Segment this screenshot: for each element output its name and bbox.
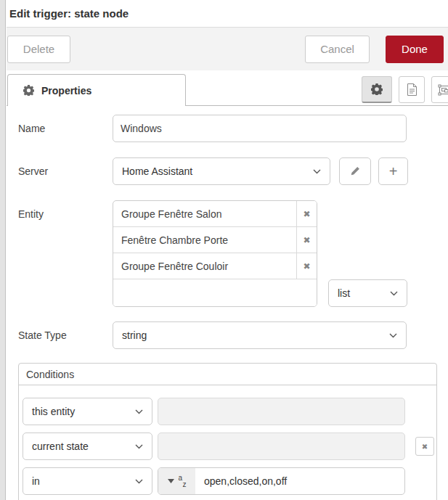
condition-remove-button[interactable]: ✖ bbox=[415, 437, 434, 456]
condition-row-operator: in a z bbox=[23, 467, 436, 495]
tray-titlebar: Edit trigger: state node bbox=[7, 0, 448, 28]
chevron-down-icon bbox=[389, 333, 397, 338]
plus-icon: + bbox=[389, 164, 398, 179]
state-type-label: State Type bbox=[18, 321, 113, 349]
entity-remove-button[interactable]: ✖ bbox=[296, 201, 317, 226]
entity-mode-value: list bbox=[338, 287, 350, 299]
conditions-panel: Conditions this entity current state bbox=[18, 363, 437, 500]
tab-properties[interactable]: Properties bbox=[7, 74, 186, 106]
server-select[interactable]: Home Assistant bbox=[113, 157, 330, 185]
x-icon: ✖ bbox=[303, 261, 310, 271]
chevron-down-icon bbox=[135, 409, 143, 414]
pencil-icon bbox=[350, 166, 360, 176]
entity-label: Entity bbox=[18, 200, 113, 228]
entity-remove-button[interactable]: ✖ bbox=[296, 253, 317, 279]
tray-toolbar: Delete Cancel Done bbox=[7, 28, 448, 70]
entity-list-item: Groupe Fenêtre Salon ✖ bbox=[113, 201, 317, 227]
typed-input-type-button[interactable]: a z bbox=[158, 468, 195, 494]
chevron-down-icon bbox=[135, 479, 143, 484]
condition-row-comparator: current state ✖ bbox=[23, 433, 436, 460]
entity-row: Entity Groupe Fenêtre Salon ✖ Fenêtre Ch… bbox=[18, 200, 448, 307]
state-type-value: string bbox=[122, 329, 147, 341]
appearance-button[interactable] bbox=[431, 76, 448, 103]
name-input[interactable] bbox=[113, 115, 407, 142]
condition-value-typed-input: a z open,closed,on,off bbox=[158, 467, 405, 495]
chevron-down-icon bbox=[390, 291, 398, 296]
properties-form: Name Server Home Assistant + Entity bbox=[7, 106, 448, 500]
name-label: Name bbox=[18, 115, 113, 142]
server-select-value: Home Assistant bbox=[122, 165, 192, 177]
document-icon bbox=[407, 83, 418, 96]
state-type-row: State Type string bbox=[18, 321, 448, 349]
server-edit-button[interactable] bbox=[339, 157, 371, 185]
condition-operator-value: in bbox=[32, 475, 40, 487]
x-icon: ✖ bbox=[303, 209, 310, 219]
entity-new-input[interactable] bbox=[113, 279, 317, 306]
tab-icon-buttons bbox=[362, 76, 448, 103]
page-title: Edit trigger: state node bbox=[9, 7, 129, 20]
condition-property-value: this entity bbox=[32, 406, 75, 417]
condition-property-select[interactable]: this entity bbox=[23, 398, 152, 425]
server-label: Server bbox=[18, 157, 113, 185]
sort-az-icon: a z bbox=[179, 475, 187, 488]
entity-list-item: Fenêtre Chambre Porte ✖ bbox=[113, 227, 317, 253]
caret-down-icon bbox=[168, 479, 174, 483]
server-add-button[interactable]: + bbox=[378, 157, 408, 185]
server-row: Server Home Assistant + bbox=[18, 157, 448, 185]
delete-button[interactable]: Delete bbox=[7, 36, 70, 63]
conditions-body: this entity current state bbox=[19, 385, 436, 495]
description-button[interactable] bbox=[399, 76, 425, 103]
state-type-select[interactable]: string bbox=[113, 321, 407, 349]
entity-item-text[interactable]: Fenêtre Chambre Porte bbox=[113, 227, 296, 253]
chevron-down-icon bbox=[313, 169, 321, 174]
gear-icon bbox=[371, 83, 383, 95]
properties-settings-button[interactable] bbox=[362, 76, 392, 103]
tab-properties-label: Properties bbox=[41, 85, 91, 97]
x-icon: ✖ bbox=[303, 235, 310, 245]
entity-mode-select[interactable]: list bbox=[328, 279, 407, 307]
tray-left-edge bbox=[0, 0, 6, 500]
entity-remove-button[interactable]: ✖ bbox=[296, 227, 317, 253]
condition-row-property: this entity bbox=[23, 398, 436, 425]
entity-list: Groupe Fenêtre Salon ✖ Fenêtre Chambre P… bbox=[113, 200, 317, 307]
entity-item-text[interactable]: Groupe Fenêtre Salon bbox=[113, 201, 296, 226]
chevron-down-icon bbox=[135, 444, 143, 449]
conditions-header: Conditions bbox=[19, 364, 436, 385]
name-row: Name bbox=[18, 115, 448, 142]
cancel-button[interactable]: Cancel bbox=[305, 36, 370, 63]
condition-comparator-input bbox=[158, 433, 405, 460]
condition-operator-select[interactable]: in bbox=[23, 467, 152, 495]
appearance-icon bbox=[438, 84, 448, 96]
condition-property-input bbox=[158, 398, 405, 425]
condition-comparator-value: current state bbox=[32, 440, 89, 452]
x-icon: ✖ bbox=[422, 443, 428, 451]
edit-tray: Edit trigger: state node Delete Cancel D… bbox=[7, 0, 448, 500]
condition-comparator-select[interactable]: current state bbox=[23, 433, 152, 460]
gear-icon bbox=[23, 85, 34, 96]
entity-item-text[interactable]: Groupe Fenêtre Couloir bbox=[113, 253, 296, 279]
tab-bar: Properties bbox=[7, 70, 448, 106]
entity-list-item: Groupe Fenêtre Couloir ✖ bbox=[113, 253, 317, 279]
done-button[interactable]: Done bbox=[386, 36, 444, 63]
condition-value-input[interactable]: open,closed,on,off bbox=[195, 468, 404, 494]
